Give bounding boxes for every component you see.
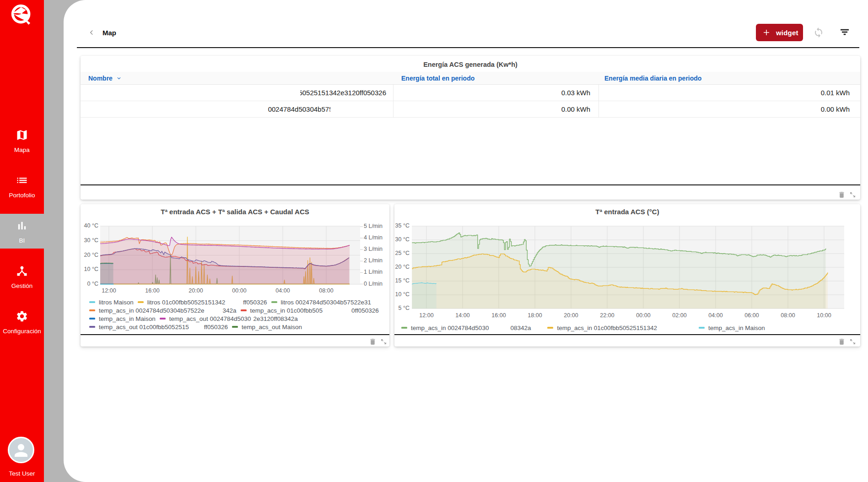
axis-tick-label: 20:00 (557, 312, 585, 319)
legend-swatch (138, 301, 144, 303)
sidebar-nav: MapaPortofolioBIGestiónConfiguración (0, 123, 44, 350)
legend-label: ff050326 (204, 324, 228, 330)
legend-item[interactable]: temp_acs_in Maison (699, 324, 765, 332)
logo-q-icon[interactable] (10, 3, 32, 25)
axis-tick-label: 00:00 (630, 312, 657, 319)
axis-tick-label: 02:00 (666, 312, 693, 319)
legend-swatch (547, 327, 553, 329)
axis-tick-label: 18:00 (521, 312, 549, 319)
widget-footer-separator (81, 184, 860, 185)
sidebar-item-mapa[interactable]: Mapa (0, 123, 44, 158)
axis-tick-label: 25 °C (394, 250, 410, 256)
table-row[interactable]: 01c00fbb50525151342e3120ff0503260.03 kWh… (81, 85, 860, 101)
axis-tick-label: 0 L/min (364, 281, 383, 287)
table-body: 01c00fbb50525151342e3120ff0503260.03 kWh… (81, 85, 860, 118)
sidebar-item-label: Configuración (0, 328, 44, 335)
legend-item[interactable]: temp_acs_out 01c00fbb5052515ff050326 (89, 323, 228, 331)
legend-swatch (89, 309, 95, 311)
legend-label: temp_acs_in 01c00fbb50525151342 (557, 325, 657, 331)
legend-label: litros 01c00fbb50525151342 (147, 299, 225, 306)
axis-tick-label: 35 °C (394, 222, 410, 229)
left-chart-plot[interactable] (81, 204, 389, 296)
main-content: Map widget Energía ACS generada (Kw*h) N… (64, 0, 868, 482)
series-fill-temp-acs-out-Maison (100, 263, 113, 284)
axis-tick-label: 04:00 (702, 312, 729, 319)
legend-label: temp_acs_out Maison (242, 324, 302, 330)
axis-tick-label: 2 L/min (364, 257, 383, 264)
sidebar-item-portofolio[interactable]: Portofolio (0, 168, 44, 203)
legend-item[interactable]: temp_acs_in Maison (89, 314, 156, 323)
legend-swatch (401, 327, 407, 329)
legend-swatch (160, 318, 166, 320)
sidebar-item-label: Portofolio (0, 192, 44, 199)
toolbar-divider (77, 47, 859, 48)
right-chart-widget: Tª entrada ACS (°C) 5 °C10 °C15 °C20 °C2… (394, 204, 860, 347)
legend-item[interactable]: litros Maison (89, 298, 134, 306)
bar-chart-icon (16, 219, 28, 232)
legend-label: temp_acs_in 0024784d5030 (411, 325, 489, 331)
widget-footer-separator (394, 334, 860, 335)
sort-chevron-down-icon (116, 73, 122, 86)
cell-media: 0.01 kWh (598, 85, 860, 101)
axis-tick-label: 4 L/min (364, 234, 383, 241)
cell-name: 01c00fbb50525151342e3120ff050326 (81, 85, 393, 101)
legend-label: temp_acs_in Maison (99, 315, 156, 322)
plus-icon (762, 28, 771, 37)
column-header-nombre[interactable]: Nombre (88, 72, 122, 85)
legend-swatch (89, 318, 95, 320)
add-widget-button[interactable]: widget (756, 24, 803, 41)
legend-label: 0ff050326 (351, 307, 379, 314)
axis-tick-label: 10:00 (810, 312, 838, 319)
expand-widget-icon[interactable] (380, 338, 387, 345)
legend-item[interactable]: litros 0024784d50304b57522e31 (271, 298, 371, 306)
back-icon[interactable] (87, 28, 96, 37)
sidebar-item-configuracion[interactable]: Configuración (0, 304, 44, 339)
legend-item[interactable]: temp_acs_out 0024784d50302e3120ff08342a (160, 314, 298, 323)
sidebar-item-label: BI (0, 237, 44, 244)
table-row[interactable]: 0024784d50304b57522e3120ff08342a0.00 kWh… (81, 101, 860, 118)
axis-tick-label: 1 L/min (364, 269, 383, 275)
axis-tick-label: 5 L/min (364, 223, 383, 229)
legend-item[interactable]: temp_acs_in 0024784d50304b57522e342a (89, 306, 237, 314)
add-widget-label: widget (776, 29, 798, 37)
redaction-patch (330, 103, 388, 116)
legend-swatch (89, 326, 95, 328)
filter-icon[interactable] (839, 27, 850, 38)
axis-tick-label: 16:00 (485, 312, 512, 319)
expand-widget-icon[interactable] (849, 338, 856, 345)
sidebar-item-bi[interactable]: BI (0, 214, 44, 249)
axis-tick-label: 12:00 (95, 287, 123, 294)
map-icon (16, 129, 28, 141)
legend-item[interactable]: temp_acs_in 01c00fbb5050ff050326 (241, 306, 379, 314)
list-icon (16, 174, 28, 187)
expand-widget-icon[interactable] (849, 191, 856, 198)
page-title: Map (102, 29, 116, 37)
table-widget: Energía ACS generada (Kw*h) Nombre Energ… (81, 56, 860, 200)
left-chart-widget: Tª entrada ACS + Tª salida ACS + Caudal … (81, 204, 389, 347)
delete-widget-icon[interactable] (838, 191, 846, 199)
legend-item[interactable]: litros 01c00fbb50525151342ff050326 (138, 298, 267, 306)
sidebar-item-label: Mapa (0, 146, 44, 153)
legend-item[interactable]: temp_acs_out Maison (232, 323, 302, 331)
cell-name: 0024784d50304b57522e3120ff08342a (81, 101, 393, 118)
axis-tick-label: 08:00 (774, 312, 802, 319)
sidebar-item-gestion[interactable]: Gestión (0, 259, 44, 294)
column-header-nombre-label: Nombre (88, 75, 113, 82)
right-chart-plot[interactable] (394, 204, 860, 321)
legend-item[interactable]: temp_acs_in 0024784d503008342a (401, 324, 531, 332)
dashboard-toolbar: Map widget (64, 0, 868, 48)
axis-tick-label: 00:00 (226, 287, 253, 294)
delete-widget-icon[interactable] (369, 338, 377, 346)
column-header-media[interactable]: Energía media diaria en periodo (604, 72, 701, 85)
legend-label: temp_acs_out 01c00fbb5052515 (99, 324, 189, 330)
delete-widget-icon[interactable] (838, 338, 846, 346)
column-header-total[interactable]: Energía total en periodo (401, 72, 474, 85)
axis-tick-label: 08:00 (313, 287, 340, 294)
legend-item[interactable]: temp_acs_in 01c00fbb50525151342 (547, 324, 682, 332)
axis-tick-label: 15 °C (394, 277, 410, 284)
cell-media: 0.00 kWh (598, 101, 860, 118)
axis-tick-label: 0 °C (81, 281, 98, 287)
avatar (8, 437, 34, 463)
user-name: Test User (0, 470, 44, 477)
refresh-icon[interactable] (813, 27, 824, 38)
